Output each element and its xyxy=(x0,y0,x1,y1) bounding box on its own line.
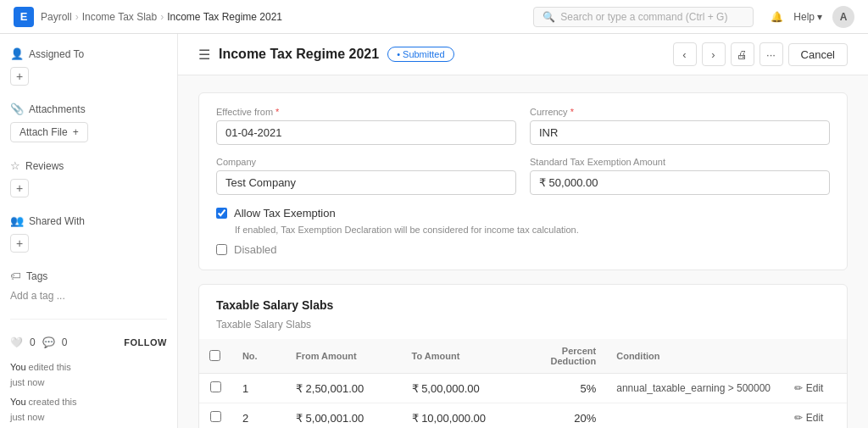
breadcrumb-payroll[interactable]: Payroll xyxy=(41,11,72,23)
status-badge: • Submitted xyxy=(387,47,453,62)
currency-label: Currency * xyxy=(530,107,830,117)
add-tag-placeholder[interactable]: Add a tag ... xyxy=(10,290,65,302)
row-2-pct: 20% xyxy=(517,403,606,429)
row-2-checkbox[interactable] xyxy=(210,411,221,422)
row-2-to: ₹ 10,00,000.00 xyxy=(402,403,518,429)
prev-button[interactable]: ‹ xyxy=(673,42,697,66)
like-bar: 🤍 0 💬 0 FOLLOW xyxy=(10,330,167,355)
attach-file-button[interactable]: Attach File + xyxy=(10,122,88,142)
person-icon: 👤 xyxy=(10,47,24,60)
row-2-edit-button[interactable]: ✏ Edit xyxy=(794,412,837,424)
topnav-right: 🔔 Help ▾ A xyxy=(771,6,854,28)
disabled-row: Disabled xyxy=(216,243,830,256)
table-section-title: Taxable Salary Slabs xyxy=(199,285,847,319)
table-row: 1 ₹ 2,50,001.00 ₹ 5,00,000.00 5% annual_… xyxy=(199,374,847,403)
activity-item-2: You created thisjust now xyxy=(10,395,167,425)
th-to: To Amount xyxy=(402,339,518,374)
table-row: 2 ₹ 5,00,001.00 ₹ 10,00,000.00 20% ✏ Edi… xyxy=(199,403,847,429)
currency-input[interactable] xyxy=(530,120,830,145)
page-layout: 👤 Assigned To + 📎 Attachments Attach Fil… xyxy=(0,34,868,428)
comment-icon: 💬 xyxy=(42,336,55,348)
tags-label: Tags xyxy=(26,270,47,282)
row-1-no: 1 xyxy=(232,374,286,403)
effective-from-input[interactable] xyxy=(216,120,516,145)
std-tax-exemption-label: Standard Tax Exemption Amount xyxy=(530,157,830,167)
company-input[interactable] xyxy=(216,170,516,195)
star-icon: ☆ xyxy=(10,159,20,172)
company-label: Company xyxy=(216,157,516,167)
th-no: No. xyxy=(232,339,286,374)
add-icon: + xyxy=(73,126,79,138)
table-header-row: No. From Amount To Amount Percent Deduct… xyxy=(199,339,847,374)
std-tax-exemption-input[interactable] xyxy=(530,170,830,195)
sidebar: 👤 Assigned To + 📎 Attachments Attach Fil… xyxy=(0,34,178,428)
search-icon: 🔍 xyxy=(542,11,555,23)
sidebar-attachments: 📎 Attachments Attach File + xyxy=(10,103,167,142)
row-1-action: ✏ Edit xyxy=(784,374,847,403)
form-row-1: Effective from * Currency * xyxy=(216,107,830,145)
top-fields-card: Effective from * Currency * Company xyxy=(198,92,848,270)
search-placeholder: Search or type a command (Ctrl + G) xyxy=(560,11,727,23)
company-group: Company xyxy=(216,157,516,195)
activity-item-1: You edited thisjust now xyxy=(10,360,167,390)
add-review-button[interactable]: + xyxy=(10,179,29,197)
activity-log: You edited thisjust now You created this… xyxy=(10,360,167,425)
th-from: From Amount xyxy=(286,339,402,374)
row-2-from: ₹ 5,00,001.00 xyxy=(286,403,402,429)
allow-tax-exemption-row: Allow Tax Exemption xyxy=(216,207,830,220)
header-actions: ‹ › 🖨 ··· Cancel xyxy=(673,42,848,66)
hamburger-icon[interactable]: ☰ xyxy=(198,47,210,63)
global-search[interactable]: 🔍 Search or type a command (Ctrl + G) xyxy=(533,7,754,27)
form-title: Income Tax Regime 2021 xyxy=(219,47,379,62)
add-shared-with-button[interactable]: + xyxy=(10,234,29,253)
std-tax-exemption-group: Standard Tax Exemption Amount xyxy=(530,157,830,195)
allow-tax-exemption-checkbox[interactable] xyxy=(216,208,227,219)
shared-with-label: Shared With xyxy=(29,215,85,227)
print-button[interactable]: 🖨 xyxy=(731,42,754,66)
form-row-2: Company Standard Tax Exemption Amount xyxy=(216,157,830,195)
shared-icon: 👥 xyxy=(10,214,24,227)
th-check xyxy=(199,339,232,374)
row-1-edit-button[interactable]: ✏ Edit xyxy=(794,382,837,394)
status-text: Submitted xyxy=(403,49,445,59)
notification-bell[interactable]: 🔔 xyxy=(771,11,783,23)
taxable-salary-slabs-section: Taxable Salary Slabs Taxable Salary Slab… xyxy=(198,284,848,428)
sidebar-reviews: ☆ Reviews + xyxy=(10,159,167,197)
table-subtitle: Taxable Salary Slabs xyxy=(199,319,847,339)
sidebar-tags: 🏷 Tags Add a tag ... xyxy=(10,270,167,302)
you-label: You xyxy=(10,362,26,372)
disabled-checkbox[interactable] xyxy=(216,244,227,255)
tag-icon: 🏷 xyxy=(10,270,21,282)
add-assigned-to-button[interactable]: + xyxy=(10,67,29,86)
chevron-down-icon: ▾ xyxy=(817,11,822,23)
sidebar-shared-with: 👥 Shared With + xyxy=(10,214,167,253)
effective-from-group: Effective from * xyxy=(216,107,516,145)
form-header: ☰ Income Tax Regime 2021 • Submitted ‹ ›… xyxy=(178,34,868,75)
allow-tax-exemption-label[interactable]: Allow Tax Exemption xyxy=(234,207,336,220)
paperclip-icon: 📎 xyxy=(10,103,24,115)
th-pct: Percent Deduction xyxy=(517,339,606,374)
checkboxes-area: Allow Tax Exemption If enabled, Tax Exem… xyxy=(216,207,830,256)
heart-icon: 🤍 xyxy=(10,336,23,348)
cancel-button[interactable]: Cancel xyxy=(788,43,848,66)
sidebar-assigned-to: 👤 Assigned To + xyxy=(10,47,167,86)
assigned-to-label: Assigned To xyxy=(29,48,84,60)
help-button[interactable]: Help ▾ xyxy=(793,11,822,23)
reviews-label: Reviews xyxy=(25,160,64,172)
row-1-checkbox[interactable] xyxy=(210,381,221,392)
follow-button[interactable]: FOLLOW xyxy=(124,337,167,347)
disabled-label[interactable]: Disabled xyxy=(234,243,277,256)
row-2-no: 2 xyxy=(232,403,286,429)
user-avatar[interactable]: A xyxy=(832,6,854,28)
next-button[interactable]: › xyxy=(702,42,726,66)
select-all-checkbox[interactable] xyxy=(209,350,220,361)
attachments-label: Attachments xyxy=(29,103,86,115)
row-1-from: ₹ 2,50,001.00 xyxy=(286,374,402,403)
status-dot: • xyxy=(397,49,403,59)
breadcrumb-income-tax-slab[interactable]: Income Tax Slab xyxy=(82,11,158,23)
attach-file-label: Attach File xyxy=(19,126,68,138)
app-logo[interactable]: E xyxy=(14,7,34,27)
main-content: ☰ Income Tax Regime 2021 • Submitted ‹ ›… xyxy=(178,34,868,428)
more-actions-button[interactable]: ··· xyxy=(760,42,783,66)
row-1-condition: annual_taxable_earning > 500000 xyxy=(606,374,784,403)
